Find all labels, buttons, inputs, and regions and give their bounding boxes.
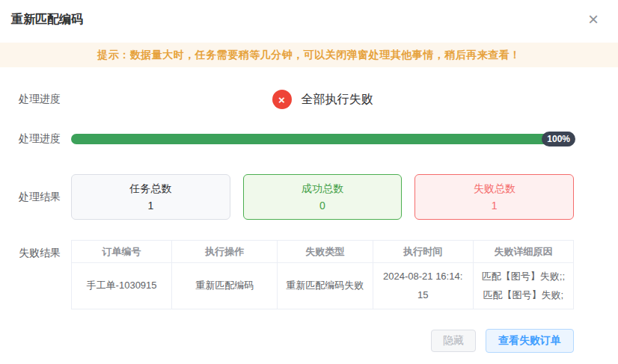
close-icon[interactable]: × (588, 11, 599, 28)
progress-row-label: 处理进度 (19, 132, 71, 146)
progress-bar-fill (71, 134, 574, 144)
fail-count-value: 1 (492, 200, 498, 212)
total-count-value: 1 (147, 200, 153, 212)
status-row-label: 处理进度 (19, 93, 71, 106)
dialog-footer: 隐藏 查看失败订单 (0, 329, 618, 353)
cell-fail-reason: 匹配【图号】失败;;匹配【图号】失败; (473, 263, 573, 309)
page-title: 重新匹配编码 (11, 11, 83, 28)
fail-count-card: 失败总数 1 (414, 174, 574, 220)
result-row: 处理结果 任务总数 1 成功总数 0 失败总数 1 (19, 174, 574, 220)
table-row: 手工单-1030915 重新匹配编码 重新匹配编码失败 2024-08-21 1… (72, 263, 574, 309)
cell-order-no: 手工单-1030915 (72, 263, 172, 309)
progress-percent-badge: 100% (542, 132, 575, 146)
col-header-operation: 执行操作 (172, 241, 278, 263)
fail-result-table: 订单编号 执行操作 失败类型 执行时间 失败详细原因 手工单-1030915 重… (71, 240, 574, 309)
rematch-encoding-dialog: 重新匹配编码 × 提示：数据量大时，任务需要稍等几分钟，可以关闭弹窗处理其他事情… (0, 0, 618, 364)
success-count-value: 0 (319, 200, 325, 212)
dialog-body: 处理进度 × 全部执行失败 处理进度 100% 处理结果 (0, 90, 618, 309)
cell-fail-type: 重新匹配编码失败 (278, 263, 373, 309)
success-count-title: 成功总数 (302, 182, 343, 196)
col-header-fail-type: 失败类型 (278, 241, 373, 263)
result-row-label: 处理结果 (19, 191, 71, 204)
tip-text: 提示：数据量大时，任务需要稍等几分钟，可以关闭弹窗处理其他事情，稍后再来查看！ (97, 49, 521, 62)
fail-result-row: 失败结果 订单编号 执行操作 失败类型 执行时间 失败详细原因 (19, 240, 574, 309)
cell-exec-time: 2024-08-21 16:14:15 (373, 263, 473, 309)
table-header-row: 订单编号 执行操作 失败类型 执行时间 失败详细原因 (72, 241, 574, 263)
dialog-header: 重新匹配编码 × (0, 0, 618, 28)
status-text: 全部执行失败 (302, 92, 373, 108)
success-count-card: 成功总数 0 (243, 174, 403, 220)
total-count-card: 任务总数 1 (71, 174, 230, 220)
progress-row: 处理进度 100% (19, 132, 574, 146)
cell-operation: 重新匹配编码 (172, 263, 278, 309)
view-failed-orders-button[interactable]: 查看失败订单 (486, 329, 574, 353)
fail-count-title: 失败总数 (474, 182, 515, 196)
error-circle-icon: × (272, 90, 292, 109)
progress-bar: 100% (71, 134, 574, 144)
col-header-exec-time: 执行时间 (373, 241, 473, 263)
status-row: 处理进度 × 全部执行失败 (19, 90, 574, 109)
total-count-title: 任务总数 (129, 182, 171, 196)
hide-button[interactable]: 隐藏 (431, 330, 476, 352)
col-header-fail-reason: 失败详细原因 (473, 241, 573, 263)
tip-banner: 提示：数据量大时，任务需要稍等几分钟，可以关闭弹窗处理其他事情，稍后再来查看！ (0, 43, 618, 67)
col-header-order-no: 订单编号 (72, 241, 172, 263)
fail-result-row-label: 失败结果 (19, 240, 71, 309)
